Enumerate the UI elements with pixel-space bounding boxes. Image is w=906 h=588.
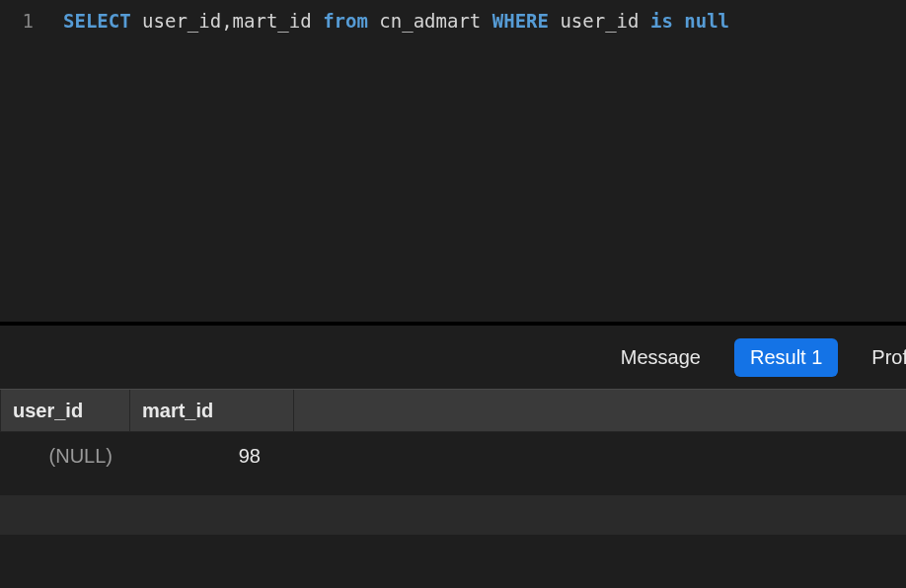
results-tabs-bar: Message Result 1 Prof	[0, 326, 906, 389]
line-number: 1	[0, 8, 34, 34]
keyword-null: null	[684, 10, 729, 32]
results-header-row: user_id mart_id	[0, 389, 906, 432]
where-column: user_id	[560, 10, 639, 32]
column-header-mart-id[interactable]: mart_id	[130, 390, 294, 431]
table-row[interactable]: (NULL) 98	[0, 432, 906, 479]
tab-message[interactable]: Message	[605, 338, 717, 377]
column-header-user-id[interactable]: user_id	[0, 390, 130, 431]
sql-editor-pane: 1 SELECT user_id,mart_id from cn_admart …	[0, 0, 906, 322]
tab-profile[interactable]: Prof	[856, 338, 906, 377]
results-pane: user_id mart_id (NULL) 98	[0, 389, 906, 588]
empty-row	[0, 495, 906, 535]
cell-mart-id: 98	[130, 432, 294, 479]
keyword-select: SELECT	[63, 10, 131, 32]
keyword-where: WHERE	[492, 10, 549, 32]
line-gutter: 1	[0, 0, 51, 322]
keyword-from: from	[323, 10, 368, 32]
tab-result-1[interactable]: Result 1	[734, 338, 838, 377]
cell-user-id: (NULL)	[0, 432, 130, 479]
columns: user_id,mart_id	[142, 10, 312, 32]
code-area[interactable]: SELECT user_id,mart_id from cn_admart WH…	[51, 0, 906, 322]
results-body: (NULL) 98	[0, 432, 906, 588]
table-name: cn_admart	[379, 10, 481, 32]
keyword-is: is	[650, 10, 673, 32]
